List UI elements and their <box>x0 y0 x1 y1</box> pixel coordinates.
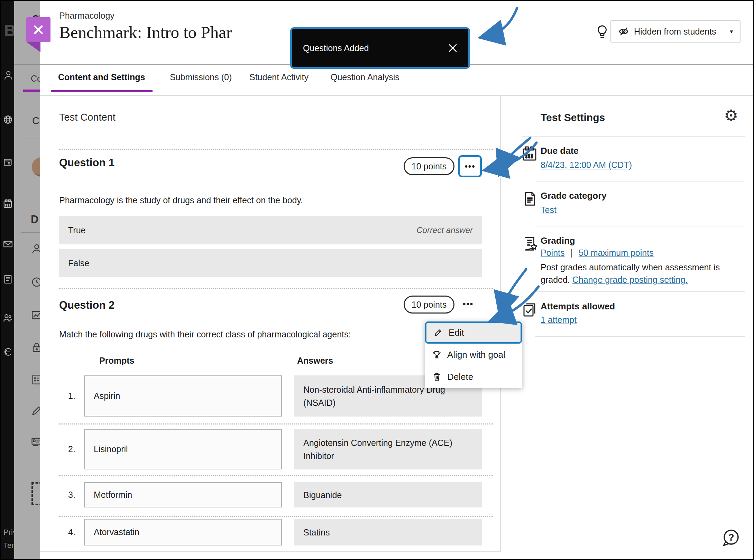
question-2-points-pill[interactable]: 10 points <box>404 296 454 314</box>
person-icon[interactable] <box>3 70 13 81</box>
due-date-link[interactable]: 8/4/23, 12:00 AM (CDT) <box>541 160 632 170</box>
calendar-icon <box>521 146 538 162</box>
signout-icon[interactable] <box>3 347 13 357</box>
pencil-icon <box>433 328 443 337</box>
chevron-down-icon: ▾ <box>730 28 733 35</box>
grading-icon <box>522 235 538 252</box>
background-heading-2: D <box>31 213 38 226</box>
visibility-dropdown[interactable]: Hidden from students ▾ <box>610 20 741 43</box>
background-heading: C <box>32 115 39 127</box>
grading-label: Grading <box>541 235 575 246</box>
menu-item-label: Align with goal <box>447 349 505 360</box>
pair-number: 2. <box>68 444 75 454</box>
prompt-field[interactable]: Atorvastatin <box>84 519 282 545</box>
prompt-field[interactable]: Metformin <box>84 482 282 507</box>
close-icon <box>32 24 45 36</box>
tab-question-analysis[interactable]: Question Analysis <box>331 72 399 82</box>
background-tab: Co <box>31 74 40 84</box>
due-date-label: Due date <box>541 146 579 156</box>
background-page-strip: Cl Co C D <box>14 1 40 559</box>
menu-item-label: Delete <box>447 372 473 382</box>
pair-number: 4. <box>68 527 75 537</box>
menu-item-edit[interactable]: Edit <box>425 321 522 344</box>
toast-message: Questions Added <box>303 43 448 53</box>
avatar <box>32 157 40 177</box>
grade-category-label: Grade category <box>541 190 607 201</box>
test-panel: Pharmacology Benchmark: Intro to Phar Hi… <box>40 1 753 559</box>
menu-item-label: Edit <box>449 327 464 338</box>
privacy-link[interactable]: Priv <box>3 528 14 537</box>
global-nav-sidebar: B Priv Ter <box>1 1 14 559</box>
question-2-title: Question 2 <box>59 299 114 311</box>
trophy-icon <box>432 350 442 360</box>
attempts-label: Attempts allowed <box>541 301 615 312</box>
globe-icon[interactable] <box>3 114 13 125</box>
lightbulb-icon[interactable] <box>595 24 609 40</box>
people-icon[interactable] <box>3 313 13 323</box>
answer-option-false: False <box>59 249 482 277</box>
answer-label: True <box>68 225 85 235</box>
toast-notification: Questions Added <box>290 27 470 69</box>
tab-content-and-settings[interactable]: Content and Settings <box>58 72 145 82</box>
answer-box: Angiotensin Converting Enzyme (ACE) Inhi… <box>294 429 482 469</box>
tab-submissions[interactable]: Submissions (0) <box>170 72 232 82</box>
chart-icon <box>31 309 40 321</box>
answer-box: Statins <box>294 519 482 545</box>
question-1-points-pill[interactable]: 10 points <box>404 157 454 175</box>
prompt-field[interactable]: Lisinopril <box>84 429 282 469</box>
separator: | <box>570 248 573 258</box>
page-title: Benchmark: Intro to Phar <box>59 22 232 42</box>
tab-student-activity[interactable]: Student Activity <box>249 72 309 82</box>
menu-item-delete[interactable]: Delete <box>425 366 522 388</box>
active-tab-underline <box>51 90 153 92</box>
breadcrumb[interactable]: Pharmacology <box>59 11 114 21</box>
grading-links: Points | 50 maximum points <box>541 248 654 258</box>
person-icon <box>31 243 40 255</box>
attempts-link[interactable]: 1 attempt <box>541 315 577 325</box>
clock-icon <box>31 276 40 288</box>
question-mark-icon: ? <box>728 532 734 543</box>
question-1-menu-button[interactable]: ••• <box>458 155 482 177</box>
grading-description: Post grades automatically when assessmen… <box>541 261 745 286</box>
answer-box: Biguanide <box>294 482 482 507</box>
max-points-link[interactable]: 50 maximum points <box>579 248 654 258</box>
background-tab-underline <box>23 90 40 92</box>
correct-answer-note: Correct answer <box>416 225 473 235</box>
help-button[interactable]: ? <box>721 528 741 548</box>
grade-posting-link[interactable]: Change grade posting setting. <box>572 275 688 284</box>
pages-icon[interactable] <box>3 157 13 168</box>
attempts-icon <box>521 301 538 318</box>
answer-option-true: True Correct answer <box>59 216 482 244</box>
visibility-label: Hidden from students <box>634 27 725 37</box>
pair-number: 3. <box>68 490 75 500</box>
menu-item-align-with-goal[interactable]: Align with goal <box>425 344 522 366</box>
question-1-text: Pharmacology is the study of drugs and t… <box>59 195 303 205</box>
terms-link[interactable]: Ter <box>3 541 14 550</box>
id-card-icon <box>31 436 40 448</box>
close-panel-button[interactable] <box>26 17 50 42</box>
test-settings-heading: Test Settings <box>541 112 605 123</box>
screenshot-root: { "colors": { "accent_purple": "#8e24a8"… <box>0 0 754 560</box>
dashed-box <box>31 482 40 505</box>
screen: B Priv Ter Cl Co C <box>1 1 753 559</box>
points-link[interactable]: Points <box>541 248 564 258</box>
eye-slash-icon <box>618 26 629 37</box>
lock-icon <box>31 342 40 354</box>
question-context-menu: Edit Align with goal Delete <box>425 321 522 388</box>
answer-label: False <box>68 258 89 268</box>
question-2-text: Match the following drugs with their cor… <box>59 329 351 339</box>
calendar-icon[interactable] <box>3 199 13 209</box>
grade-category-link[interactable]: Test <box>541 205 557 215</box>
ellipsis-icon: ••• <box>465 161 475 171</box>
question-2-menu-button[interactable]: ••• <box>463 299 473 309</box>
document-icon[interactable] <box>3 274 13 284</box>
pair-number: 1. <box>68 391 75 401</box>
gear-icon[interactable]: ⚙ <box>724 108 738 123</box>
pencil-icon <box>31 405 40 417</box>
toast-close-icon[interactable] <box>448 43 458 53</box>
answers-header: Answers <box>297 356 333 366</box>
mail-icon[interactable] <box>3 239 13 249</box>
prompt-field[interactable]: Aspirin <box>84 375 282 417</box>
logo-partial: B <box>4 21 14 40</box>
prompts-header: Prompts <box>99 356 134 366</box>
